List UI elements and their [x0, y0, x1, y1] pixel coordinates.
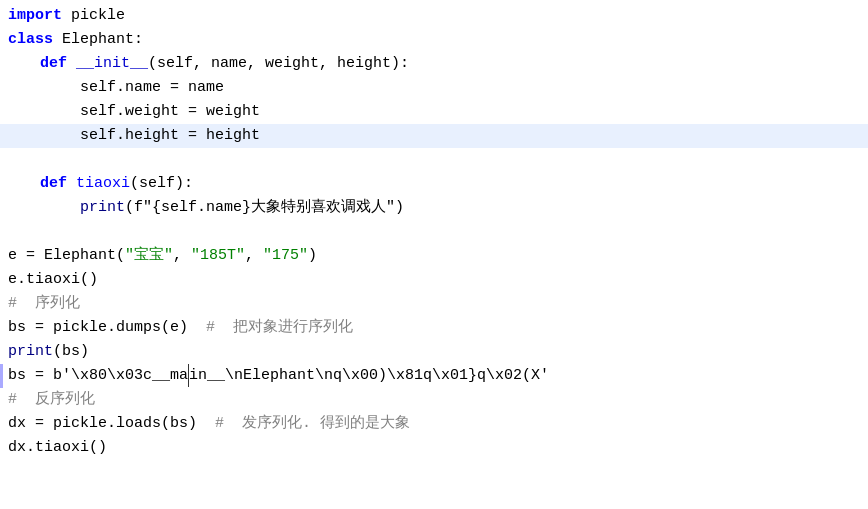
code-line-18: dx = pickle.loads(bs) # 发序列化. 得到的是大象: [0, 412, 868, 436]
code-line-10: [0, 220, 868, 244]
code-line-1: import pickle: [0, 4, 868, 28]
code-line-19: dx.tiaoxi(): [0, 436, 868, 460]
code-line-13: # 序列化: [0, 292, 868, 316]
code-line-2: class Elephant:: [0, 28, 868, 52]
code-line-12: e.tiaoxi(): [0, 268, 868, 292]
code-line-15: print(bs): [0, 340, 868, 364]
code-line-3: def __init__(self, name, weight, height)…: [0, 52, 868, 76]
code-line-9: print(f"{self.name}大象特别喜欢调戏人"): [0, 196, 868, 220]
code-line-5: self.weight = weight: [0, 100, 868, 124]
code-line-4: self.name = name: [0, 76, 868, 100]
code-line-7: [0, 148, 868, 172]
keyword-import: import: [8, 4, 62, 27]
code-editor[interactable]: import pickle class Elephant: def __init…: [0, 0, 868, 509]
code-line-16: bs = b'\x80\x03c__main__\nElephant\nq\x0…: [0, 364, 868, 388]
code-line-6: self.height = height: [0, 124, 868, 148]
code-line-17: # 反序列化: [0, 388, 868, 412]
code-line-8: def tiaoxi(self):: [0, 172, 868, 196]
text-cursor: a: [179, 364, 189, 387]
code-line-14: bs = pickle.dumps(e) # 把对象进行序列化: [0, 316, 868, 340]
code-line-11: e = Elephant("宝宝", "185T", "175"): [0, 244, 868, 268]
